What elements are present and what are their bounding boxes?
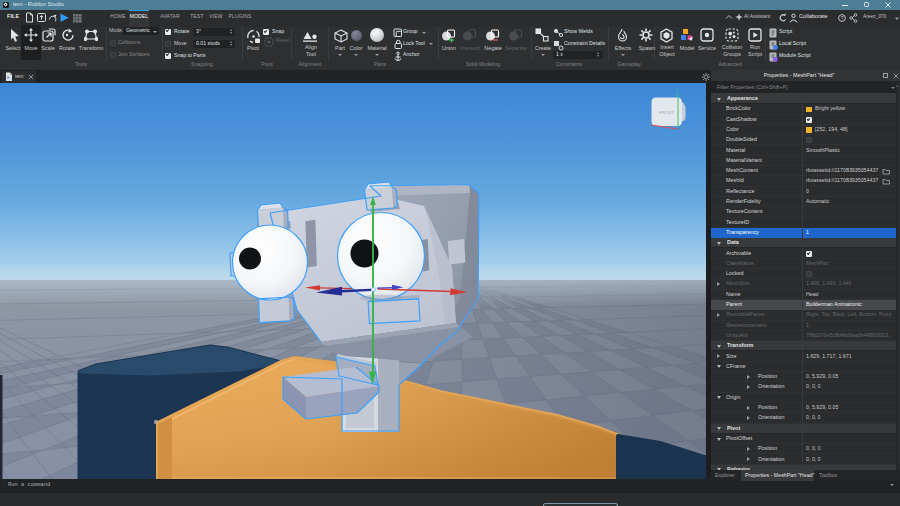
- svg-text:FRONT: FRONT: [659, 110, 674, 115]
- svg-text:Y: Y: [676, 88, 679, 93]
